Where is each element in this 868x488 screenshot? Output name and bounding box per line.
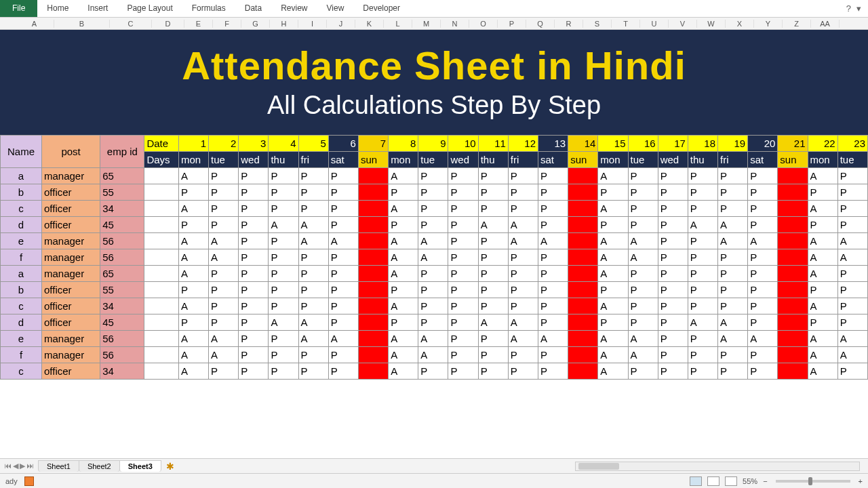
cell-attendance[interactable]: P [688, 347, 717, 363]
header-date[interactable]: 10 [448, 136, 478, 152]
cell-attendance[interactable]: P [718, 201, 748, 217]
cell-attendance[interactable] [568, 184, 598, 201]
header-date[interactable]: 3 [239, 136, 269, 152]
cell-attendance[interactable]: P [658, 331, 688, 347]
cell-attendance[interactable] [778, 363, 808, 380]
header-date[interactable]: 22 [808, 136, 837, 152]
col-header[interactable]: D [152, 20, 184, 28]
cell-empid[interactable]: 45 [100, 217, 144, 233]
worksheet-area[interactable]: Namepostemp idDate1234567891011121314151… [0, 135, 868, 458]
cell-attendance[interactable]: A [718, 217, 748, 233]
cell-attendance[interactable]: P [837, 217, 867, 233]
cell-attendance[interactable]: P [808, 184, 837, 201]
cell-post[interactable]: manager [42, 168, 100, 184]
cell-attendance[interactable]: P [178, 217, 208, 233]
cell-name[interactable]: d [1, 314, 42, 331]
cell-attendance[interactable]: P [837, 201, 867, 217]
cell-attendance[interactable]: P [628, 201, 658, 217]
cell-attendance[interactable]: P [448, 168, 478, 184]
cell-attendance[interactable]: P [538, 314, 568, 331]
cell-attendance[interactable]: P [718, 363, 748, 380]
cell-attendance[interactable]: P [448, 314, 478, 331]
header-date[interactable]: 21 [778, 136, 808, 152]
cell-attendance[interactable]: P [688, 298, 717, 314]
header-day[interactable]: wed [658, 152, 688, 168]
cell-attendance[interactable]: A [209, 347, 239, 363]
cell-attendance[interactable]: P [178, 184, 208, 201]
horizontal-scrollbar[interactable] [575, 462, 860, 471]
cell-attendance[interactable]: P [448, 298, 478, 314]
cell-attendance[interactable]: P [658, 201, 688, 217]
cell-attendance[interactable] [358, 233, 388, 249]
cell-attendance[interactable]: P [328, 184, 358, 201]
cell-attendance[interactable]: P [298, 201, 328, 217]
cell-attendance[interactable]: P [239, 282, 269, 298]
cell-attendance[interactable]: P [538, 168, 568, 184]
cell-attendance[interactable]: A [418, 233, 448, 249]
cell-attendance[interactable]: A [178, 249, 208, 266]
cell-attendance[interactable]: A [389, 249, 418, 266]
cell-attendance[interactable]: P [239, 331, 269, 347]
cell-post[interactable]: officer [42, 363, 100, 380]
cell-attendance[interactable]: P [239, 314, 269, 331]
cell-days-blank[interactable] [144, 363, 178, 380]
cell-attendance[interactable]: A [598, 347, 628, 363]
cell-attendance[interactable]: A [328, 233, 358, 249]
col-header[interactable]: N [441, 20, 469, 28]
cell-post[interactable]: officer [42, 201, 100, 217]
cell-attendance[interactable] [778, 282, 808, 298]
cell-attendance[interactable]: P [598, 184, 628, 201]
cell-attendance[interactable]: P [658, 314, 688, 331]
cell-attendance[interactable]: A [718, 331, 748, 347]
cell-attendance[interactable]: P [178, 314, 208, 331]
cell-days-blank[interactable] [144, 331, 178, 347]
cell-attendance[interactable]: P [658, 249, 688, 266]
cell-attendance[interactable] [358, 314, 388, 331]
col-header[interactable]: M [412, 20, 441, 28]
header-day[interactable]: fri [298, 152, 328, 168]
cell-attendance[interactable]: P [418, 217, 448, 233]
cell-name[interactable]: e [1, 233, 42, 249]
cell-attendance[interactable] [358, 363, 388, 380]
cell-attendance[interactable]: A [808, 331, 837, 347]
cell-attendance[interactable] [358, 282, 388, 298]
cell-attendance[interactable]: P [418, 298, 448, 314]
cell-attendance[interactable] [358, 217, 388, 233]
cell-attendance[interactable]: A [298, 314, 328, 331]
cell-attendance[interactable]: P [688, 201, 717, 217]
cell-attendance[interactable] [568, 217, 598, 233]
cell-attendance[interactable]: A [478, 314, 508, 331]
cell-attendance[interactable]: P [239, 363, 269, 380]
cell-name[interactable]: c [1, 363, 42, 380]
header-date[interactable]: 17 [658, 136, 688, 152]
cell-days-blank[interactable] [144, 282, 178, 298]
cell-attendance[interactable]: P [538, 266, 568, 282]
sheet-tab[interactable]: Sheet2 [79, 460, 120, 472]
cell-attendance[interactable]: P [478, 266, 508, 282]
col-header[interactable]: F [213, 20, 241, 28]
cell-attendance[interactable]: P [239, 249, 269, 266]
cell-attendance[interactable]: A [598, 331, 628, 347]
cell-days-blank[interactable] [144, 298, 178, 314]
cell-attendance[interactable]: A [837, 249, 867, 266]
cell-attendance[interactable]: P [328, 249, 358, 266]
cell-attendance[interactable]: A [837, 331, 867, 347]
cell-attendance[interactable]: P [209, 363, 239, 380]
cell-post[interactable]: manager [42, 266, 100, 282]
cell-attendance[interactable]: P [478, 282, 508, 298]
cell-attendance[interactable]: A [808, 347, 837, 363]
header-day[interactable]: tue [209, 152, 239, 168]
cell-attendance[interactable]: A [808, 249, 837, 266]
cell-attendance[interactable]: P [448, 347, 478, 363]
col-header[interactable]: Z [783, 20, 811, 28]
cell-attendance[interactable]: A [718, 314, 748, 331]
cell-attendance[interactable]: P [837, 363, 867, 380]
cell-attendance[interactable]: A [718, 233, 748, 249]
cell-attendance[interactable]: P [269, 363, 298, 380]
col-header[interactable]: H [270, 20, 298, 28]
cell-attendance[interactable]: P [748, 363, 778, 380]
cell-attendance[interactable]: P [598, 314, 628, 331]
cell-attendance[interactable]: P [478, 184, 508, 201]
header-day[interactable]: sun [568, 152, 598, 168]
sheet-nav-arrows[interactable]: ⏮ ◀ ▶ ⏭ [0, 462, 38, 470]
